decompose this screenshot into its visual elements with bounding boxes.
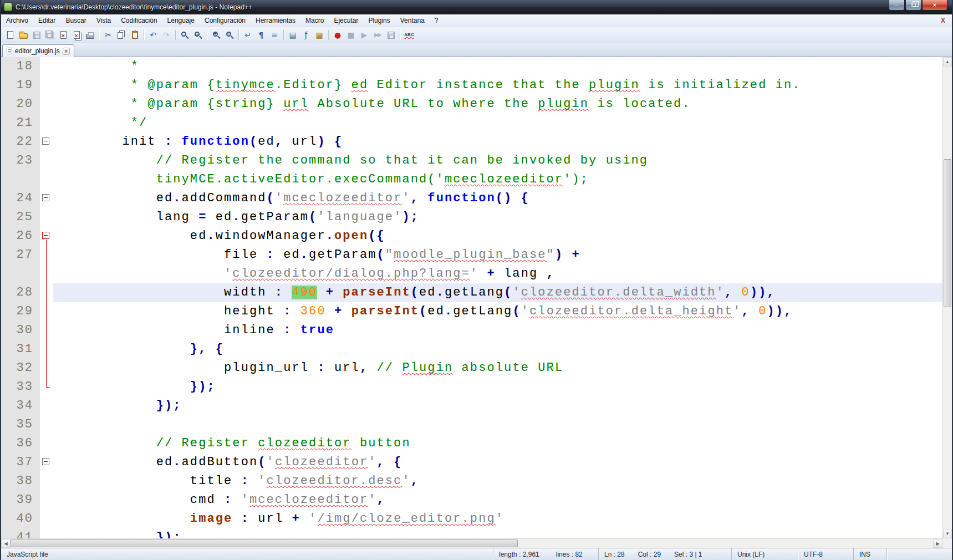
zoom-out-icon — [226, 32, 231, 37]
maximize-button[interactable] — [905, 0, 921, 11]
cut-button[interactable]: ✂ — [101, 28, 115, 42]
horizontal-scrollbar[interactable]: ◀ ▶ — [1, 538, 942, 548]
code-row-41[interactable]: 41 }); — [1, 528, 942, 538]
document-map-button[interactable]: ▤ — [286, 28, 299, 42]
vertical-scrollbar[interactable]: ▲ ▼ — [942, 57, 952, 538]
code-row-40[interactable]: 40 image : url + '/img/cloze_editor.png' — [1, 510, 942, 528]
code-row-38[interactable]: 38 title : 'clozeeditor.desc', — [1, 472, 942, 491]
scroll-right-button[interactable]: ▶ — [933, 539, 942, 548]
tab-editor-plugin-js[interactable]: editor_plugin.js × — [2, 44, 74, 57]
save-file-icon — [33, 32, 40, 39]
menu-item-codificacion[interactable]: Codificación — [116, 14, 162, 27]
zoom-out-button[interactable] — [223, 28, 236, 42]
vertical-scroll-track[interactable] — [943, 67, 952, 529]
spell-check-button[interactable]: ABC — [402, 28, 416, 42]
menu-item-vista[interactable]: Vista — [91, 14, 116, 27]
code-row-26[interactable]: 26 ed.windowManager.open({ — [1, 227, 942, 246]
code-row-21[interactable]: 21 */ — [1, 114, 942, 133]
show-all-characters-button[interactable]: ¶ — [254, 28, 268, 42]
close-file-button[interactable] — [57, 28, 70, 42]
paste-button[interactable] — [128, 28, 141, 42]
menu-item-buscar[interactable]: Buscar — [60, 14, 91, 27]
code-row-32[interactable]: 32 plugin_url : url, // Plugin absolute … — [1, 359, 942, 378]
code-row-25[interactable]: 25 lang = ed.getParam('language'); — [1, 208, 942, 227]
menu-item-configuracion[interactable]: Configuración — [200, 14, 251, 27]
code-row-34[interactable]: 34 }); — [1, 396, 942, 415]
function-list-button[interactable]: ƒ — [299, 28, 313, 42]
menu-item-herramientas[interactable]: Herramientas — [251, 14, 300, 27]
undo-button[interactable]: ↶ — [146, 28, 160, 42]
tab-label: editor_plugin.js — [15, 47, 60, 55]
fold-toggle[interactable] — [40, 189, 53, 208]
code-row-19[interactable]: 19 * @param {tinymce.Editor} ed Editor i… — [1, 76, 942, 95]
word-wrap-button[interactable]: ↵ — [241, 28, 254, 42]
code-row-wrap[interactable]: tinyMCE.activeEditor.execCommand('mceclo… — [1, 170, 942, 189]
toolbar-separator — [283, 30, 284, 40]
code-row-27[interactable]: 27 file : ed.getParam("moodle_plugin_bas… — [1, 246, 942, 264]
menu-item-macro[interactable]: Macro — [300, 14, 329, 27]
code-token: : — [165, 135, 182, 149]
tab-close-button[interactable]: × — [63, 48, 70, 55]
code-row-35[interactable]: 35 — [1, 415, 942, 434]
scroll-up-button[interactable]: ▲ — [943, 57, 952, 67]
menu-item-lenguaje[interactable]: Lenguaje — [162, 14, 200, 27]
menu-item-plugins[interactable]: Plugins — [363, 14, 395, 27]
copy-button[interactable] — [115, 28, 128, 42]
fold-toggle[interactable] — [40, 453, 53, 472]
status-insert-mode[interactable]: INS — [853, 548, 886, 560]
indent-guide-button[interactable]: ≡ — [268, 28, 281, 42]
fold-toggle[interactable] — [40, 133, 53, 151]
code-row-29[interactable]: 29 height : 360 + parseInt(ed.getLang('c… — [1, 302, 942, 321]
status-eol-format[interactable]: Unix (LF) — [731, 548, 798, 560]
code-row-30[interactable]: 30 inline : true — [1, 321, 942, 340]
replace-button[interactable] — [191, 28, 205, 42]
code-row-28[interactable]: 28 width : 490 + parseInt(ed.getLang('cl… — [1, 283, 942, 302]
vertical-scroll-thumb[interactable] — [944, 159, 951, 307]
horizontal-scroll-thumb[interactable] — [11, 539, 518, 547]
code-row-20[interactable]: 20 * @param {string} url Absolute URL to… — [1, 95, 942, 114]
code-row-33[interactable]: 33 }); — [1, 378, 942, 396]
code-row-36[interactable]: 36 // Register clozeeditor button — [1, 434, 942, 453]
minimize-button[interactable]: ─ — [889, 0, 905, 11]
code-token: . — [207, 229, 215, 243]
start-recording-button[interactable]: ● — [331, 28, 344, 42]
menu-item-ejecutar[interactable]: Ejecutar — [329, 14, 363, 27]
code-token: clozeeditor.delta_width — [521, 286, 716, 299]
code-row-23[interactable]: 23 // Register the command so that it ca… — [1, 151, 942, 170]
code-token: url — [283, 135, 317, 149]
status-encoding[interactable]: UTF-8 — [798, 548, 853, 560]
code-row-18[interactable]: 18 * — [1, 57, 942, 76]
find-button[interactable] — [178, 28, 191, 42]
fold-toggle[interactable] — [40, 227, 53, 246]
scroll-down-button[interactable]: ▼ — [943, 529, 952, 538]
menu-item-help[interactable]: ? — [430, 14, 444, 27]
menu-item-archivo[interactable]: Archivo — [1, 14, 33, 27]
code-token: parseInt — [343, 286, 410, 299]
code-row-39[interactable]: 39 cmd : 'mceclozeeditor', — [1, 491, 942, 510]
horizontal-scroll-track[interactable] — [11, 539, 933, 548]
print-button[interactable] — [83, 28, 96, 42]
code-row-wrap[interactable]: 'clozeeditor/dialog.php?lang=' + lang , — [1, 264, 942, 283]
new-file-button[interactable] — [3, 28, 17, 42]
title-bar[interactable]: C:\Users\dr.veterinaria\Desktop\clozeedi… — [1, 0, 952, 14]
code-token: clozeeditor.desc — [267, 474, 402, 488]
folder-as-workspace-button[interactable]: ▦ — [313, 28, 326, 42]
replace-icon — [195, 32, 200, 37]
menu-item-ventana[interactable]: Ventana — [395, 14, 430, 27]
menu-close-button[interactable]: X — [934, 14, 952, 27]
scroll-left-button[interactable]: ◀ — [1, 539, 11, 548]
menu-item-editar[interactable]: Editar — [33, 14, 60, 27]
code-line: }, { — [53, 340, 942, 359]
code-row-22[interactable]: 22 init : function(ed, url) { — [1, 133, 942, 151]
open-file-button[interactable] — [17, 28, 30, 42]
line-number: 24 — [1, 189, 40, 208]
toolbar-separator — [328, 30, 329, 40]
line-number: 21 — [1, 114, 40, 133]
close-button[interactable]: × — [922, 0, 947, 11]
code-row-24[interactable]: 24 ed.addCommand('mceclozeeditor', funct… — [1, 189, 942, 208]
code-rows[interactable]: 18 *19 * @param {tinymce.Editor} ed Edit… — [1, 57, 942, 538]
code-row-37[interactable]: 37 ed.addButton('clozeeditor', { — [1, 453, 942, 472]
close-all-button[interactable] — [70, 28, 83, 42]
code-row-31[interactable]: 31 }, { — [1, 340, 942, 359]
zoom-in-button[interactable] — [210, 28, 223, 42]
